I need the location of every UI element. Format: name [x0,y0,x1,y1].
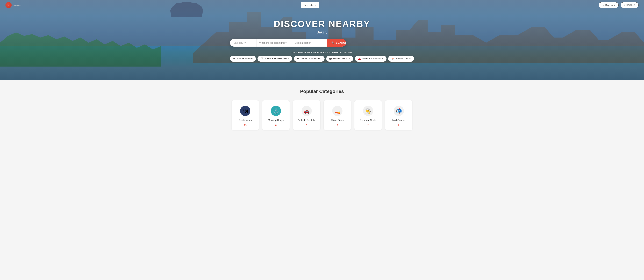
sign-in-icon: → [602,4,604,6]
category-count-mooring: 6 [275,124,276,126]
category-emoji-vehicle: 🚗 [304,108,310,114]
category-count-watertaxi: 3 [337,124,338,126]
browse-pill-restaurants[interactable]: 🍽RESTAURANTS [326,56,353,62]
logo-text: NavigateVI [13,4,21,6]
category-emoji-chefs: 👨‍🍳 [365,108,371,114]
pill-label-lodging: PRIVATE LODGING [301,58,322,60]
sign-in-chevron: ▼ [614,4,616,6]
category-card-watertaxi[interactable]: 🚤 Water Taxis 3 [324,100,351,130]
category-count-mail: 2 [398,124,400,126]
category-label: Category [234,42,243,44]
pill-icon-barbershop: ✂ [233,57,235,60]
category-emoji-watertaxi: 🚤 [334,108,340,114]
logo-icon: N [6,2,12,8]
search-bar: Category ▼ 🔍 SEARCH [230,39,346,46]
popular-section: Popular Categories 🍽 Restaurants 13 ⚓ Mo… [0,80,644,138]
categories-grid: 🍽 Restaurants 13 ⚓ Mooring Buoys 6 🚗 Veh… [220,100,424,130]
sign-in-label: Sign In [605,4,613,6]
category-card-mail[interactable]: 📬 Mail Courier 2 [385,100,412,130]
hero-title: DISCOVER NEARBY [230,19,414,29]
category-emoji-restaurants: 🍽 [243,108,248,114]
search-button[interactable]: 🔍 SEARCH [327,39,346,46]
header-right: → Sign In ▼ + LISTING [598,2,638,8]
category-icon-wrap-chefs: 👨‍🍳 [362,106,374,116]
pill-icon-restaurants: 🍽 [329,57,332,60]
pill-icon-lodging: 🛏 [297,57,300,60]
category-icon-watertaxi: 🚤 [332,106,342,116]
pill-label-bars: BARS & NIGHTCLUBS [265,58,289,60]
category-icon-wrap-watertaxi: 🚤 [332,106,343,116]
category-icon-vehicle: 🚗 [302,106,312,116]
category-icon-chefs: 👨‍🍳 [363,106,373,116]
category-card-mooring[interactable]: ⚓ Mooring Buoys 6 [262,100,290,130]
hero-section: DISCOVER NEARBY Bakery Category ▼ 🔍 SEAR… [0,0,644,80]
category-icon-wrap-restaurants: 🍽 [240,106,251,116]
category-icon-mail: 📬 [394,106,404,116]
sign-in-button[interactable]: → Sign In ▼ [598,2,619,8]
browse-pills: ✂BARBERSHOP🍸BARS & NIGHTCLUBS🛏PRIVATE LO… [230,56,414,62]
category-card-vehicle[interactable]: 🚗 Vehicle Rentals 3 [293,100,320,130]
category-chevron-icon: ▼ [244,42,246,44]
browse-pill-barbershop[interactable]: ✂BARBERSHOP [230,56,256,62]
category-icon-wrap-mooring: ⚓ [270,106,282,116]
category-icon-wrap-mail: 📬 [393,106,404,116]
browse-label: OR BROWSE OUR FEATURED CATEGORIES BELOW [230,51,414,54]
pill-label-restaurants: RESTAURANTS [333,58,350,60]
pill-icon-watertaxi: ⛵ [391,57,394,60]
category-name-restaurants: Restaurants [239,119,252,122]
hero-content: DISCOVER NEARBY Bakery Category ▼ 🔍 SEAR… [230,19,414,62]
browse-pill-vehicle[interactable]: 🚗VEHICLE RENTALS [355,56,386,62]
search-keyword-input[interactable] [256,39,292,46]
search-icon: 🔍 [332,42,334,44]
add-listing-button[interactable]: + LISTING [620,2,638,8]
pill-label-watertaxi: WATER TAXIS [396,58,411,60]
category-dropdown[interactable]: Category ▼ [230,39,256,46]
search-btn-label: SEARCH [336,42,346,44]
search-location-input[interactable] [292,39,327,46]
category-name-mail: Mail Courier [392,119,405,122]
browse-pill-watertaxi[interactable]: ⛵WATER TAXIS [388,56,414,62]
category-name-mooring: Mooring Buoys [268,119,284,122]
header: N NavigateVI Interests ▼ → Sign In ▼ + L… [0,0,644,10]
browse-pill-lodging[interactable]: 🛏PRIVATE LODGING [294,56,324,62]
pill-label-barbershop: BARBERSHOP [237,58,252,60]
browse-pill-bars[interactable]: 🍸BARS & NIGHTCLUBS [258,56,292,62]
add-listing-label: + LISTING [624,4,635,6]
category-icon-wrap-vehicle: 🚗 [301,106,312,116]
category-count-restaurants: 13 [244,124,246,126]
pill-icon-bars: 🍸 [260,57,264,60]
category-name-chefs: Personal Chefs [360,119,376,122]
interests-label: Interests [304,4,313,6]
interests-dropdown[interactable]: Interests ▼ [301,2,320,8]
pill-icon-vehicle: 🚗 [358,57,361,60]
category-emoji-mail: 📬 [396,108,402,114]
category-count-vehicle: 3 [306,124,307,126]
hero-subtitle: Bakery [230,30,414,34]
category-emoji-mooring: ⚓ [273,108,279,114]
logo-area: N NavigateVI [6,2,21,8]
category-icon-mooring: ⚓ [271,106,281,116]
category-card-chefs[interactable]: 👨‍🍳 Personal Chefs 2 [354,100,382,130]
pill-label-vehicle: VEHICLE RENTALS [362,58,384,60]
category-count-chefs: 2 [368,124,369,126]
popular-title: Popular Categories [7,89,637,94]
category-name-watertaxi: Water Taxis [331,119,344,122]
category-card-restaurants[interactable]: 🍽 Restaurants 13 [232,100,259,130]
category-name-vehicle: Vehicle Rentals [298,119,315,122]
browse-section: OR BROWSE OUR FEATURED CATEGORIES BELOW … [230,51,414,62]
chevron-down-icon: ▼ [314,4,316,6]
category-icon-restaurants: 🍽 [240,106,250,116]
